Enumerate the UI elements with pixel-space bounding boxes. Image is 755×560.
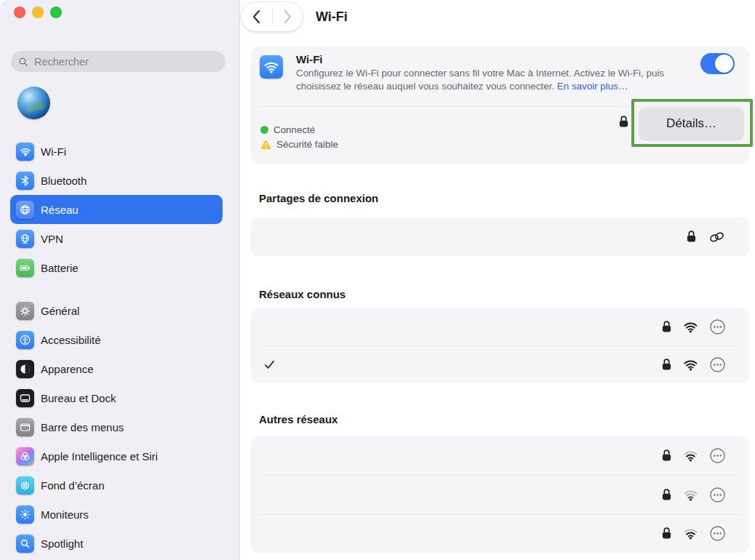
wifi-card-title: Wi-Fi <box>296 53 323 65</box>
warning-icon <box>260 140 271 150</box>
more-icon[interactable] <box>709 319 726 335</box>
wifi-signal-icon <box>683 527 698 540</box>
appearance-icon <box>16 360 34 378</box>
sidebar-item-label: Réseau <box>41 204 79 216</box>
battery-icon <box>16 259 34 277</box>
gear-icon <box>16 302 34 320</box>
network-row[interactable] <box>251 217 749 256</box>
sidebar-item-label: Bureau et Dock <box>41 392 116 404</box>
wifi-toggle-knob <box>715 55 733 73</box>
user-avatar[interactable] <box>17 87 50 119</box>
learn-more-link[interactable]: En savoir plus… <box>557 81 628 92</box>
spotlight-icon <box>16 535 34 553</box>
lock-icon <box>686 230 697 244</box>
lock-icon <box>661 449 672 463</box>
network-row[interactable] <box>251 436 749 475</box>
section-heading: Partages de connexion <box>259 192 378 204</box>
status-security-label: Sécurité faible <box>276 139 338 150</box>
wifi-card: Wi-Fi Configurez le Wi-Fi pour connecter… <box>251 47 749 164</box>
details-button[interactable]: Détails… <box>639 108 744 140</box>
system-settings-window: Wi-FiBluetoothRéseauVPNBatterieGénéralAc… <box>0 0 755 560</box>
search-input[interactable] <box>33 55 218 68</box>
minimize-window-button[interactable] <box>32 7 44 18</box>
dock-icon <box>16 389 34 407</box>
accessibility-icon <box>16 331 34 349</box>
lock-icon <box>661 527 672 540</box>
status-security: Sécurité faible <box>260 139 338 150</box>
status-connected: Connecté <box>260 124 315 135</box>
more-icon[interactable] <box>709 447 726 464</box>
status-connected-label: Connecté <box>273 124 315 135</box>
siri-icon <box>16 447 34 465</box>
sidebar-item-label: Apparence <box>41 363 94 375</box>
more-icon[interactable] <box>709 525 726 542</box>
sidebar-item-label: Apple Intelligence et Siri <box>41 450 158 463</box>
wifi-signal-icon <box>683 449 698 462</box>
sidebar-item-label: VPN <box>41 233 63 245</box>
wifi-app-icon <box>260 55 283 79</box>
section-card <box>251 217 749 256</box>
wifi-icon <box>16 143 34 161</box>
section-heading: Autres réseaux <box>259 413 337 425</box>
sidebar: Wi-FiBluetoothRéseauVPNBatterieGénéralAc… <box>0 0 240 560</box>
sidebar-item-battery[interactable]: Batterie <box>10 253 223 282</box>
sidebar-item-label: Général <box>41 305 79 317</box>
sidebar-item-label: Bluetooth <box>41 175 87 187</box>
sidebar-item-vpn[interactable]: VPN <box>10 224 223 253</box>
wifi-toggle[interactable] <box>700 53 735 74</box>
page-title: Wi-Fi <box>316 9 348 25</box>
network-row[interactable] <box>251 514 749 553</box>
network-row[interactable] <box>251 475 749 513</box>
card-divider <box>260 106 740 107</box>
sidebar-item-label: Accessibilité <box>41 334 101 346</box>
menubar-icon <box>16 418 34 436</box>
sidebar-item-label: Spotlight <box>41 537 83 550</box>
more-icon[interactable] <box>709 487 726 503</box>
network-row[interactable] <box>251 308 749 345</box>
vpn-icon <box>16 230 34 248</box>
search-icon <box>18 57 28 67</box>
wifi-signal-icon <box>683 321 698 333</box>
sidebar-item-gear[interactable]: Général <box>10 296 223 325</box>
wallpaper-icon <box>16 476 34 495</box>
back-button[interactable] <box>247 7 266 26</box>
nav-divider <box>272 9 273 25</box>
sidebar-item-siri[interactable]: Apple Intelligence et Siri <box>10 441 223 471</box>
zoom-window-button[interactable] <box>50 7 62 18</box>
sidebar-item-accessibility[interactable]: Accessibilité <box>10 325 223 354</box>
wifi-settings-pane: Wi-Fi Wi-Fi Configurez le Wi-Fi pour con… <box>241 0 755 560</box>
sidebar-item-wallpaper[interactable]: Fond d’écran <box>10 471 223 500</box>
checkmark-icon <box>264 360 275 369</box>
wifi-description: Configurez le Wi-Fi pour connecter sans … <box>296 67 705 93</box>
lock-icon <box>661 320 672 334</box>
sidebar-item-label: Moniteurs <box>41 508 89 521</box>
sidebar-nav: Wi-FiBluetoothRéseauVPNBatterieGénéralAc… <box>10 137 223 558</box>
sidebar-item-menubar[interactable]: Barre des menus <box>10 412 223 441</box>
sidebar-item-label: Fond d’écran <box>41 479 105 492</box>
forward-button[interactable] <box>278 7 297 26</box>
wifi-signal-icon <box>683 359 698 371</box>
sidebar-item-dock[interactable]: Bureau et Dock <box>10 383 223 412</box>
sidebar-item-wifi[interactable]: Wi-Fi <box>10 137 223 166</box>
sidebar-item-bluetooth[interactable]: Bluetooth <box>10 166 223 195</box>
sidebar-item-appearance[interactable]: Apparence <box>10 354 223 383</box>
bluetooth-icon <box>16 172 34 190</box>
sidebar-item-globe[interactable]: Réseau <box>10 195 223 224</box>
section-heading: Réseaux connus <box>259 288 345 300</box>
search-field[interactable] <box>11 51 225 72</box>
link-icon <box>708 231 726 244</box>
wifi-signal-icon <box>683 489 698 501</box>
connected-dot-icon <box>260 126 268 134</box>
sidebar-item-label: Wi-Fi <box>41 145 66 158</box>
globe-icon <box>16 201 34 219</box>
sidebar-item-spotlight[interactable]: Spotlight <box>10 529 223 558</box>
lock-icon <box>618 115 629 132</box>
section-card <box>251 308 749 383</box>
section-card <box>251 436 749 553</box>
display-icon <box>16 505 34 524</box>
close-window-button[interactable] <box>14 7 25 18</box>
sidebar-item-display[interactable]: Moniteurs <box>10 500 223 529</box>
network-row[interactable] <box>251 345 749 383</box>
more-icon[interactable] <box>709 356 726 373</box>
sidebar-item-label: Barre des menus <box>41 421 124 433</box>
